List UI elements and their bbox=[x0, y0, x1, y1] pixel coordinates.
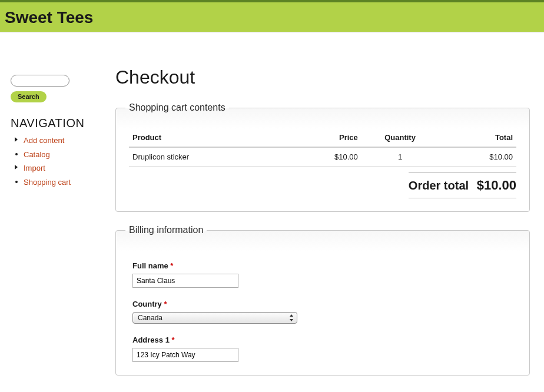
label-text: Full name bbox=[132, 261, 168, 270]
country-select-value: Canada bbox=[138, 314, 162, 322]
full-name-label: Full name * bbox=[132, 261, 516, 270]
bullet-icon bbox=[15, 181, 18, 183]
navigation-heading: NAVIGATION bbox=[11, 117, 106, 130]
required-marker: * bbox=[164, 300, 167, 308]
field-country: Country * Canada bbox=[132, 300, 516, 324]
select-arrows-icon bbox=[287, 313, 294, 323]
sidebar: Search NAVIGATION Add content Catalog Im… bbox=[0, 32, 112, 388]
col-total-header: Total bbox=[439, 128, 516, 147]
cart-table: Product Price Quantity Total Druplicon s… bbox=[129, 128, 516, 167]
address-1-label: Address 1 * bbox=[132, 335, 516, 344]
cart-row-product: Druplicon sticker bbox=[129, 147, 284, 167]
caret-right-icon bbox=[15, 137, 18, 142]
order-total-value: $10.00 bbox=[477, 178, 516, 192]
cart-contents-panel: Shopping cart contents Product Price Qua… bbox=[115, 102, 530, 212]
main-content: Checkout Shopping cart contents Product … bbox=[112, 32, 544, 388]
search-button[interactable]: Search bbox=[11, 91, 47, 102]
billing-information-legend: Billing information bbox=[125, 225, 207, 235]
field-full-name: Full name * bbox=[132, 261, 516, 288]
country-select[interactable]: Canada bbox=[132, 312, 297, 324]
address-1-input[interactable] bbox=[132, 348, 238, 362]
nav-link[interactable]: Catalog bbox=[24, 150, 50, 159]
label-text: Country bbox=[132, 300, 162, 308]
col-price-header: Price bbox=[284, 128, 361, 147]
label-text: Address 1 bbox=[132, 335, 170, 344]
field-address-1: Address 1 * bbox=[132, 335, 516, 362]
billing-information-panel: Billing information Full name * Country … bbox=[115, 225, 530, 376]
cart-row-quantity: 1 bbox=[361, 147, 439, 167]
nav-link[interactable]: Add content bbox=[24, 136, 64, 145]
nav-link[interactable]: Shopping cart bbox=[24, 178, 71, 187]
col-quantity-header: Quantity bbox=[361, 128, 439, 147]
nav-item-import[interactable]: Import bbox=[13, 162, 106, 174]
col-product-header: Product bbox=[129, 128, 284, 147]
order-total-row: Order total $10.00 bbox=[129, 172, 516, 198]
order-total-label: Order total bbox=[409, 179, 475, 192]
nav-link[interactable]: Import bbox=[24, 164, 45, 172]
cart-table-row: Druplicon sticker $10.00 1 $10.00 bbox=[129, 147, 516, 167]
site-name[interactable]: Sweet Tees bbox=[5, 8, 93, 27]
search-block: Search bbox=[11, 75, 106, 102]
required-marker: * bbox=[170, 261, 173, 270]
nav-item-add-content[interactable]: Add content bbox=[13, 135, 106, 147]
required-marker: * bbox=[172, 335, 175, 344]
country-label: Country * bbox=[132, 300, 516, 308]
full-name-input[interactable] bbox=[132, 274, 238, 288]
cart-contents-legend: Shopping cart contents bbox=[125, 102, 229, 113]
nav-item-catalog[interactable]: Catalog bbox=[13, 149, 106, 161]
navigation-list: Add content Catalog Import Shopping cart bbox=[11, 135, 106, 188]
caret-right-icon bbox=[15, 165, 18, 170]
cart-row-total: $10.00 bbox=[439, 147, 516, 167]
bullet-icon bbox=[15, 153, 18, 155]
cart-table-header-row: Product Price Quantity Total bbox=[129, 128, 516, 147]
page-title: Checkout bbox=[115, 67, 530, 88]
site-header: Sweet Tees bbox=[0, 0, 544, 32]
cart-row-price: $10.00 bbox=[284, 147, 361, 167]
nav-item-shopping-cart[interactable]: Shopping cart bbox=[13, 177, 106, 188]
search-input[interactable] bbox=[11, 75, 69, 87]
